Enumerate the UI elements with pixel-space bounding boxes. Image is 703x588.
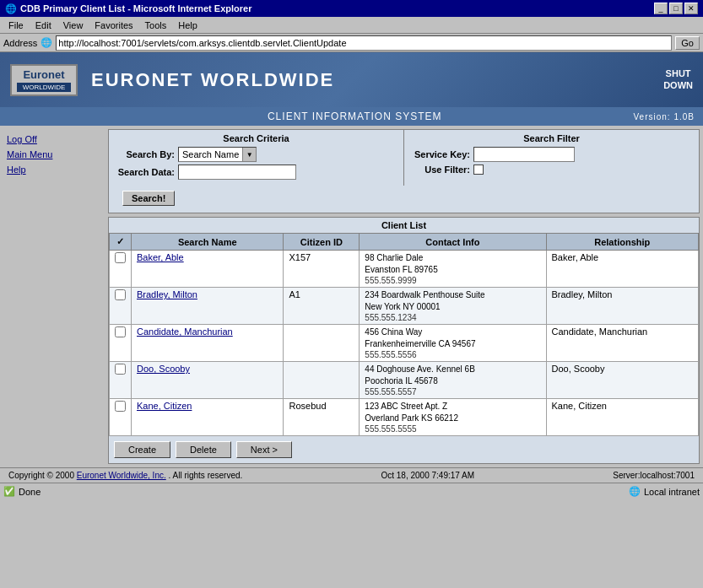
create-button[interactable]: Create — [114, 441, 170, 458]
search-by-select[interactable]: Search Name ▼ — [178, 147, 257, 162]
search-data-input[interactable] — [178, 165, 296, 180]
zone-text: Local intranet — [644, 487, 700, 497]
address-input[interactable] — [56, 35, 672, 51]
row-checkbox[interactable] — [115, 289, 126, 300]
window-icon: 🌐 — [5, 3, 17, 14]
company-link[interactable]: Euronet Worldwide, Inc. — [77, 471, 166, 480]
use-filter-label: Use Filter: — [411, 165, 470, 175]
logo-box: Euronet WORLDWIDE — [10, 64, 78, 96]
window-title-left: 🌐 CDB Primary Client List - Microsoft In… — [5, 3, 251, 14]
status-right: 🌐 Local intranet — [629, 486, 700, 497]
address-bar: Address 🌐 Go — [0, 34, 703, 52]
client-name-link[interactable]: Baker, Able — [137, 252, 184, 262]
menu-help[interactable]: Help — [173, 19, 203, 32]
client-name-link[interactable]: Bradley, Milton — [137, 289, 197, 299]
footer-datetime: Oct 18, 2000 7:49:17 AM — [381, 471, 474, 480]
relationship-cell: Bradley, Milton — [546, 288, 699, 325]
search-top-row: Search Criteria Search By: Search Name ▼… — [109, 130, 699, 186]
client-table: ✓ Search Name Citizen ID Contact Info Re… — [109, 233, 699, 436]
window-title-text: CDB Primary Client List - Microsoft Inte… — [20, 3, 251, 13]
search-filter-section: Search Filter Service Key: Use Filter: — [404, 130, 699, 186]
nav-help[interactable]: Help — [7, 163, 101, 176]
footer-left: Copyright © 2000 Euronet Worldwide, Inc.… — [8, 471, 242, 480]
window-controls[interactable]: _ □ ✕ — [654, 3, 698, 14]
use-filter-row: Use Filter: — [411, 165, 692, 175]
zone-icon: 🌐 — [629, 486, 641, 497]
logo-area: Euronet WORLDWIDE EURONET WORLDWIDE — [10, 64, 334, 96]
table-row: Baker, AbleX15798 Charlie DaleEvanston F… — [110, 251, 699, 288]
close-button[interactable]: ✕ — [684, 3, 698, 14]
maximize-button[interactable]: □ — [669, 3, 683, 14]
address-label: Address — [3, 38, 37, 48]
sub-header: CLIENT INFORMATION SYSTEM Version: 1.0B — [0, 107, 703, 126]
right-panel: Search Criteria Search By: Search Name ▼… — [108, 129, 700, 464]
client-tbody: Baker, AbleX15798 Charlie DaleEvanston F… — [110, 251, 699, 436]
citizen-id-cell: X157 — [284, 251, 360, 288]
footer: Copyright © 2000 Euronet Worldwide, Inc.… — [0, 467, 703, 483]
col-relationship: Relationship — [546, 234, 699, 251]
logo-euronet: Euronet — [17, 68, 71, 81]
status-text: Done — [19, 487, 41, 497]
service-key-row: Service Key: — [411, 147, 692, 162]
next-button[interactable]: Next > — [236, 441, 292, 458]
table-row: Candidate, Manchurian456 China WayFranke… — [110, 325, 699, 362]
menu-favorites[interactable]: Favorites — [89, 19, 138, 32]
relationship-cell: Baker, Able — [546, 251, 699, 288]
client-list-container: Client List ✓ Search Name Citizen ID Con… — [108, 217, 700, 464]
search-data-row: Search Data: — [116, 165, 397, 180]
menu-file[interactable]: File — [3, 19, 29, 32]
minimize-button[interactable]: _ — [654, 3, 668, 14]
footer-server: Server:localhost:7001 — [613, 471, 695, 480]
logo-worldwide: WORLDWIDE — [17, 83, 71, 92]
criteria-title: Search Criteria — [116, 133, 397, 143]
shutdown-button[interactable]: SHUT DOWN — [663, 68, 693, 90]
client-name-link[interactable]: Candidate, Manchurian — [137, 326, 233, 337]
search-button-row: Search! — [109, 186, 699, 213]
client-name-link[interactable]: Kane, Citizen — [137, 401, 192, 411]
use-filter-checkbox[interactable] — [473, 165, 484, 175]
row-checkbox[interactable] — [115, 252, 126, 263]
table-row: Kane, CitizenRosebud123 ABC Street Apt. … — [110, 399, 699, 436]
contact-info-cell: 234 Boardwalk Penthouse SuiteNew York NY… — [360, 288, 546, 325]
contact-info-cell: 44 Doghouse Ave. Kennel 6BPoochoria IL 4… — [360, 362, 546, 399]
menu-edit[interactable]: Edit — [30, 19, 57, 32]
rights-text: . All rights reserved. — [169, 471, 243, 480]
app-subtitle: CLIENT INFORMATION SYSTEM — [268, 111, 442, 122]
filter-title: Search Filter — [411, 133, 692, 143]
service-key-input[interactable] — [473, 147, 575, 162]
search-button[interactable]: Search! — [122, 191, 175, 206]
search-by-label: Search By: — [116, 149, 175, 159]
row-checkbox[interactable] — [115, 364, 126, 375]
menu-bar: File Edit View Favorites Tools Help — [0, 17, 703, 34]
table-header-row: ✓ Search Name Citizen ID Contact Info Re… — [110, 234, 699, 251]
status-icon: ✅ — [3, 486, 15, 497]
search-data-label: Search Data: — [116, 167, 175, 177]
col-citizen-id: Citizen ID — [284, 234, 360, 251]
table-row: Bradley, MiltonA1234 Boardwalk Penthouse… — [110, 288, 699, 325]
search-by-row: Search By: Search Name ▼ — [116, 147, 397, 162]
nav-logoff[interactable]: Log Off — [7, 132, 101, 146]
search-criteria-section: Search Criteria Search By: Search Name ▼… — [109, 130, 403, 186]
col-check: ✓ — [110, 234, 132, 251]
client-name-link[interactable]: Doo, Scooby — [137, 364, 190, 374]
relationship-cell: Doo, Scooby — [546, 362, 699, 399]
delete-button[interactable]: Delete — [176, 441, 231, 458]
nav-mainmenu[interactable]: Main Menu — [7, 148, 101, 161]
version-text: Version: 1.0B — [633, 112, 695, 121]
menu-view[interactable]: View — [58, 19, 89, 32]
col-search-name: Search Name — [132, 234, 284, 251]
app-header: Euronet WORLDWIDE EURONET WORLDWIDE SHUT… — [0, 52, 703, 107]
row-checkbox[interactable] — [115, 401, 126, 412]
go-button[interactable]: Go — [675, 36, 700, 50]
service-key-label: Service Key: — [411, 149, 470, 159]
citizen-id-cell — [284, 325, 360, 362]
relationship-cell: Kane, Citizen — [546, 399, 699, 436]
citizen-id-cell — [284, 362, 360, 399]
app-title: EURONET WORLDWIDE — [91, 69, 334, 91]
chevron-down-icon[interactable]: ▼ — [242, 148, 256, 161]
contact-info-cell: 456 China WayFrankenheimerville CA 94567… — [360, 325, 546, 362]
row-checkbox[interactable] — [115, 326, 126, 337]
left-nav: Log Off Main Menu Help — [3, 129, 105, 464]
copyright-text: Copyright © 2000 — [8, 471, 74, 480]
menu-tools[interactable]: Tools — [140, 19, 172, 32]
